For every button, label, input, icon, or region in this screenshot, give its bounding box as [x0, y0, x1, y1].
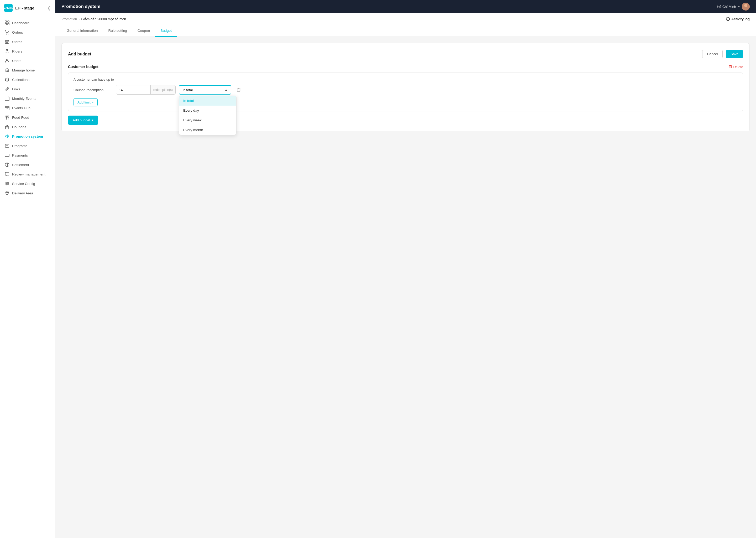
sidebar-item-food-feed[interactable]: Food Feed — [0, 113, 55, 122]
sidebar-item-promotion-system[interactable]: Promotion system — [0, 132, 55, 141]
sidebar-label-promotion-system: Promotion system — [12, 134, 43, 138]
sidebar-item-links[interactable]: Links — [0, 84, 55, 94]
sidebar-item-users[interactable]: Users — [0, 56, 55, 65]
topbar: Promotion system Hồ Chí Minh ▾ — [55, 0, 756, 13]
budget-box: A customer can have up to Coupon redempt… — [68, 73, 743, 111]
sidebar-item-orders[interactable]: Orders — [0, 27, 55, 37]
dropdown-item-every-day[interactable]: Every day — [179, 106, 236, 115]
sidebar-item-dashboard[interactable]: Dashboard — [0, 18, 55, 27]
sidebar-item-coupons[interactable]: Coupons — [0, 122, 55, 132]
avatar-image — [742, 3, 750, 11]
sidebar-label-monthly-events: Monthly Events — [12, 97, 36, 101]
add-limit-label: Add limit — [77, 100, 91, 104]
tab-general[interactable]: General information — [62, 25, 103, 37]
breadcrumb-bar: Promotion › Giảm đến 2000đ một số món Ac… — [55, 13, 756, 25]
programs-icon — [5, 143, 10, 148]
topbar-user: Hồ Chí Minh ▾ — [717, 3, 750, 11]
topbar-username: Hồ Chí Minh — [717, 5, 736, 9]
add-budget-chevron-icon: ▾ — [92, 119, 93, 122]
home-icon — [5, 68, 10, 73]
svg-rect-11 — [5, 97, 9, 101]
link-icon — [5, 87, 10, 91]
megaphone-icon — [5, 134, 10, 139]
dropdown-item-in-total[interactable]: In total — [179, 96, 236, 106]
tab-budget[interactable]: Budget — [155, 25, 177, 37]
period-select[interactable]: In total ▲ — [179, 85, 231, 94]
sidebar-logo: BAE MIN LH - stage ❮ — [0, 0, 55, 16]
add-limit-chevron-icon: ▾ — [92, 101, 94, 104]
dollar-icon — [5, 162, 10, 167]
layers-icon — [5, 77, 10, 82]
sidebar-collapse-button[interactable]: ❮ — [47, 6, 51, 11]
svg-point-39 — [744, 4, 747, 7]
topbar-chevron-icon: ▾ — [738, 5, 740, 8]
breadcrumb-parent[interactable]: Promotion — [62, 17, 77, 21]
tab-coupon[interactable]: Coupon — [132, 25, 155, 37]
save-button[interactable]: Save — [726, 50, 743, 58]
breadcrumb: Promotion › Giảm đến 2000đ một số món — [62, 17, 126, 21]
sidebar-label-coupons: Coupons — [12, 125, 26, 129]
sidebar-item-events-hub[interactable]: Events Hub — [0, 103, 55, 113]
coupon-redemption-row: Coupon redemption redemption(s) In total… — [73, 85, 737, 94]
svg-point-9 — [6, 59, 8, 61]
dropdown-item-every-month[interactable]: Every month — [179, 125, 236, 135]
sidebar-item-manage-home[interactable]: Manage home — [0, 65, 55, 75]
svg-marker-10 — [5, 78, 9, 81]
breadcrumb-separator: › — [78, 17, 79, 21]
sidebar-label-dashboard: Dashboard — [12, 21, 29, 25]
sidebar-label-stores: Stores — [12, 40, 22, 44]
add-budget-title: Add budget — [68, 52, 91, 56]
sidebar-nav: Dashboard Orders Stores Riders Users Man… — [0, 16, 55, 538]
activity-log-button[interactable]: Activity log — [726, 17, 750, 21]
delete-button[interactable]: Delete — [729, 65, 743, 69]
sidebar-label-orders: Orders — [12, 30, 23, 34]
sidebar-item-monthly-events[interactable]: Monthly Events — [0, 94, 55, 103]
svg-point-36 — [6, 185, 7, 185]
svg-rect-47 — [237, 89, 240, 91]
sidebar-item-stores[interactable]: Stores — [0, 37, 55, 46]
svg-point-37 — [7, 192, 8, 193]
sidebar-label-food-feed: Food Feed — [12, 116, 29, 120]
period-select-value: In total — [182, 88, 193, 92]
svg-point-5 — [8, 34, 8, 34]
gift-icon — [5, 125, 10, 129]
avatar — [742, 3, 750, 11]
sidebar-label-payments: Payments — [12, 153, 28, 157]
delete-label: Delete — [733, 65, 743, 69]
redemption-input[interactable] — [116, 85, 150, 94]
svg-point-8 — [7, 49, 8, 51]
add-budget-card: Add budget Cancel Save Customer budget D… — [62, 43, 750, 131]
cancel-button[interactable]: Cancel — [702, 50, 723, 58]
customer-budget-section: Customer budget Delete A customer can ha… — [68, 65, 743, 125]
sidebar-item-payments[interactable]: Payments — [0, 150, 55, 160]
sidebar-item-programs[interactable]: Programs — [0, 141, 55, 150]
sidebar-label-programs: Programs — [12, 144, 27, 148]
svg-rect-44 — [729, 66, 732, 68]
topbar-title: Promotion system — [62, 4, 717, 9]
sidebar-label-service-config: Service Config — [12, 182, 35, 186]
sidebar-label-delivery-area: Delivery Area — [12, 191, 33, 195]
sidebar-item-settlement[interactable]: Settlement — [0, 160, 55, 169]
add-limit-button[interactable]: Add limit ▾ — [73, 98, 98, 106]
svg-rect-1 — [8, 21, 9, 22]
sidebar-item-review-management[interactable]: Review management — [0, 169, 55, 179]
svg-rect-2 — [5, 24, 7, 25]
tab-rule[interactable]: Rule setting — [103, 25, 132, 37]
customer-budget-title: Customer budget — [68, 65, 98, 69]
food-icon — [5, 115, 10, 120]
trash-icon[interactable] — [237, 88, 241, 92]
period-select-wrapper: In total ▲ In total Every day Every week… — [179, 85, 231, 94]
sidebar-item-delivery-area[interactable]: Delivery Area — [0, 188, 55, 198]
sidebar-label-events-hub: Events Hub — [12, 106, 30, 110]
svg-point-43 — [728, 20, 728, 20]
budget-box-label: A customer can have up to — [73, 78, 737, 81]
sidebar-item-service-config[interactable]: Service Config — [0, 179, 55, 188]
sidebar-item-riders[interactable]: Riders — [0, 46, 55, 56]
sidebar-item-collections[interactable]: Collections — [0, 75, 55, 84]
location-icon — [5, 191, 10, 195]
dropdown-item-every-week[interactable]: Every week — [179, 115, 236, 125]
svg-point-35 — [7, 183, 8, 184]
add-budget-button[interactable]: Add budget ▾ — [68, 116, 98, 125]
add-budget-btn-label: Add budget — [73, 118, 90, 122]
svg-point-34 — [6, 182, 7, 183]
